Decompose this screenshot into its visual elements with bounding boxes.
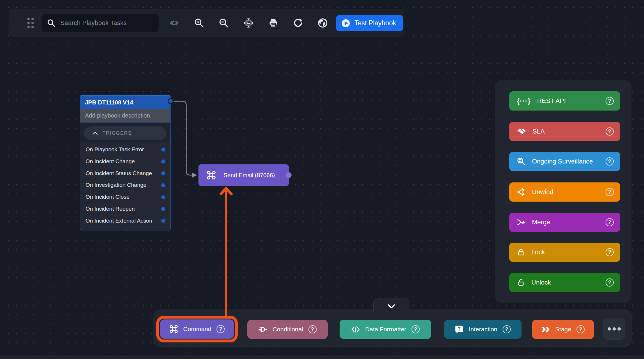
trigger-label: On Investigation Change bbox=[86, 182, 146, 189]
preview-eye-icon[interactable] bbox=[168, 17, 181, 30]
trigger-label: On Incident Status Change bbox=[86, 170, 152, 177]
handshake-icon bbox=[517, 127, 526, 136]
help-icon[interactable]: ? bbox=[308, 325, 317, 333]
help-icon[interactable]: ? bbox=[606, 248, 614, 256]
lock-icon bbox=[517, 248, 525, 256]
trigger-connector-dot[interactable] bbox=[161, 159, 165, 163]
double-chevron-icon bbox=[541, 325, 550, 334]
interaction-label: Interaction bbox=[469, 326, 497, 333]
globe-icon[interactable] bbox=[316, 17, 329, 30]
trigger-connector-dot[interactable] bbox=[161, 171, 165, 175]
trigger-connector-dot[interactable] bbox=[161, 207, 165, 211]
triggers-collapse-button[interactable]: TRIGGERS bbox=[84, 126, 166, 140]
fit-to-screen-icon[interactable] bbox=[242, 17, 255, 30]
collapse-toolbar-button[interactable] bbox=[373, 298, 409, 314]
question-bubble-icon: ? bbox=[455, 325, 464, 334]
help-icon[interactable]: ? bbox=[411, 325, 420, 333]
trigger-label: On Incident Close bbox=[86, 194, 129, 200]
search-icon bbox=[47, 19, 56, 27]
help-icon[interactable]: ? bbox=[217, 325, 225, 333]
unlock-label: Unlock bbox=[531, 279, 551, 286]
unwind-button[interactable]: Unwind ? bbox=[509, 182, 620, 202]
rest-api-button[interactable]: {···} REST API ? bbox=[509, 91, 620, 111]
code-icon bbox=[351, 325, 360, 334]
help-icon[interactable]: ? bbox=[606, 157, 614, 166]
ongoing-surveillance-label: Ongoing Surveillance bbox=[532, 158, 593, 165]
chevron-down-icon bbox=[387, 304, 396, 309]
help-icon[interactable]: ? bbox=[606, 97, 614, 105]
play-icon bbox=[341, 18, 351, 28]
search-input[interactable] bbox=[60, 19, 154, 27]
help-icon[interactable]: ? bbox=[606, 188, 614, 196]
test-playbook-label: Test Playbook bbox=[354, 19, 396, 27]
trigger-label: On Incident Reopen bbox=[86, 206, 135, 212]
help-icon[interactable]: ? bbox=[503, 325, 511, 333]
trigger-label: On Incident External Action bbox=[86, 218, 152, 224]
ongoing-surveillance-button[interactable]: Ongoing Surveillance ? bbox=[509, 152, 620, 171]
trigger-label: On Incident Change bbox=[86, 158, 135, 165]
send-email-node[interactable]: Send Email (87066) bbox=[198, 164, 289, 186]
test-playbook-button[interactable]: Test Playbook bbox=[336, 15, 403, 31]
svg-text:?: ? bbox=[458, 326, 461, 331]
trigger-list: On Playbook Task Error On Incident Chang… bbox=[80, 142, 170, 230]
trigger-row[interactable]: On Incident Close bbox=[80, 191, 170, 203]
playbook-description-placeholder[interactable]: Add playbook description bbox=[80, 109, 170, 122]
conditional-label: Conditional bbox=[272, 326, 303, 333]
send-email-output-connector[interactable] bbox=[286, 172, 292, 178]
top-toolbar: Test Playbook bbox=[9, 9, 404, 37]
edge-arrowhead bbox=[192, 173, 197, 177]
playbook-node-title[interactable]: JPB DT11108 V14 bbox=[80, 96, 170, 109]
trigger-row[interactable]: On Incident Change bbox=[80, 156, 170, 168]
lock-button[interactable]: Lock ? bbox=[509, 243, 620, 262]
sla-label: SLA bbox=[533, 128, 545, 135]
bottom-edge-band bbox=[0, 356, 644, 359]
playbook-designer-canvas[interactable]: Test Playbook JPB DT11108 V14 Add playbo… bbox=[0, 0, 644, 359]
surveillance-icon bbox=[517, 157, 526, 166]
merge-button[interactable]: Merge ? bbox=[509, 213, 620, 232]
playbook-node[interactable]: JPB DT11108 V14 Add playbook description… bbox=[80, 95, 171, 230]
help-icon[interactable]: ? bbox=[606, 278, 614, 287]
conditional-button[interactable]: Conditional ? bbox=[247, 320, 328, 339]
playbook-output-connector[interactable] bbox=[168, 98, 173, 104]
highlight-arrowhead bbox=[221, 188, 231, 194]
playbook-to-sendemail-edge bbox=[174, 101, 193, 175]
rest-api-label: REST API bbox=[537, 97, 566, 105]
ellipsis-icon bbox=[608, 327, 611, 330]
help-icon[interactable]: ? bbox=[606, 127, 614, 136]
trigger-row[interactable]: On Playbook Task Error bbox=[80, 144, 170, 156]
zoom-in-icon[interactable] bbox=[192, 17, 205, 30]
print-icon[interactable] bbox=[267, 17, 280, 30]
refresh-icon[interactable] bbox=[291, 17, 304, 30]
trigger-connector-dot[interactable] bbox=[161, 219, 165, 223]
merge-icon bbox=[517, 218, 526, 227]
conditional-icon bbox=[258, 325, 267, 334]
split-icon bbox=[517, 188, 526, 196]
trigger-connector-dot[interactable] bbox=[161, 195, 165, 199]
interaction-button[interactable]: ? Interaction ? bbox=[444, 320, 521, 339]
triggers-header-label: TRIGGERS bbox=[102, 130, 132, 136]
sla-button[interactable]: SLA ? bbox=[509, 122, 620, 141]
stage-button[interactable]: Stage ? bbox=[532, 320, 594, 339]
trigger-row[interactable]: On Incident Status Change bbox=[80, 168, 170, 180]
unlock-button[interactable]: Unlock ? bbox=[509, 273, 620, 292]
trigger-row[interactable]: On Investigation Change bbox=[80, 179, 170, 191]
zoom-out-icon[interactable] bbox=[217, 17, 230, 30]
lock-label: Lock bbox=[531, 248, 545, 256]
help-icon[interactable]: ? bbox=[606, 218, 614, 226]
search-box[interactable] bbox=[42, 14, 159, 32]
data-formatter-button[interactable]: Data Formatter ? bbox=[340, 320, 431, 339]
trigger-label: On Playbook Task Error bbox=[86, 146, 144, 153]
command-icon bbox=[207, 170, 216, 180]
help-icon[interactable]: ? bbox=[576, 325, 585, 333]
data-formatter-label: Data Formatter bbox=[365, 326, 406, 333]
drag-handle-icon[interactable] bbox=[27, 18, 34, 28]
trigger-row[interactable]: On Incident External Action bbox=[80, 215, 170, 227]
trigger-connector-dot[interactable] bbox=[161, 147, 165, 152]
command-highlight-ring: Command ? bbox=[156, 316, 238, 342]
trigger-row[interactable]: On Incident Reopen bbox=[80, 203, 170, 215]
more-nodes-button[interactable] bbox=[603, 318, 625, 340]
trigger-connector-dot[interactable] bbox=[161, 183, 165, 187]
send-email-label: Send Email (87066) bbox=[223, 172, 275, 179]
command-button[interactable]: Command ? bbox=[160, 319, 234, 339]
unlock-icon bbox=[517, 278, 525, 287]
